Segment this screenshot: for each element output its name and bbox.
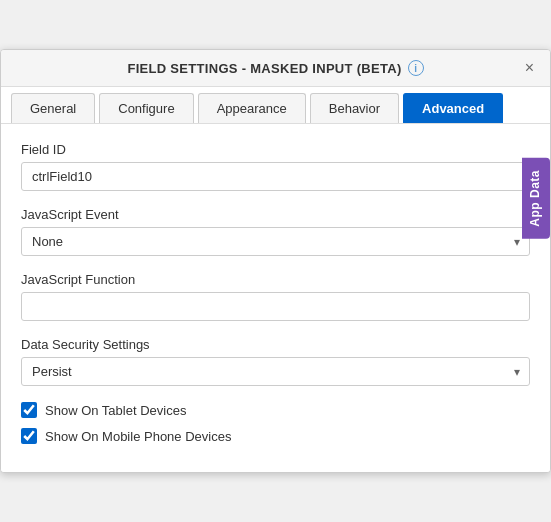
js-function-label: JavaScript Function [21, 272, 530, 287]
app-data-tab[interactable]: App Data [522, 158, 550, 239]
js-function-input[interactable] [21, 292, 530, 321]
field-id-label: Field ID [21, 142, 530, 157]
js-event-label: JavaScript Event [21, 207, 530, 222]
dialog-body: Field ID JavaScript Event None ▾ JavaScr… [1, 124, 550, 472]
tab-configure[interactable]: Configure [99, 93, 193, 123]
info-icon[interactable]: i [408, 60, 424, 76]
js-function-group: JavaScript Function [21, 272, 530, 321]
tab-behavior[interactable]: Behavior [310, 93, 399, 123]
dialog-container: FIELD SETTINGS - MASKED INPUT (BETA) i ×… [0, 49, 551, 473]
dialog-header: FIELD SETTINGS - MASKED INPUT (BETA) i × [1, 50, 550, 87]
show-tablet-checkbox[interactable] [21, 402, 37, 418]
show-mobile-group: Show On Mobile Phone Devices [21, 428, 530, 444]
field-id-input[interactable] [21, 162, 530, 191]
tab-advanced[interactable]: Advanced [403, 93, 503, 123]
data-security-select-wrapper: Persist ▾ [21, 357, 530, 386]
js-event-select[interactable]: None [21, 227, 530, 256]
show-tablet-group: Show On Tablet Devices [21, 402, 530, 418]
close-button[interactable]: × [521, 58, 538, 78]
js-event-group: JavaScript Event None ▾ [21, 207, 530, 256]
tab-appearance[interactable]: Appearance [198, 93, 306, 123]
data-security-group: Data Security Settings Persist ▾ [21, 337, 530, 386]
show-mobile-label[interactable]: Show On Mobile Phone Devices [45, 429, 231, 444]
data-security-select[interactable]: Persist [21, 357, 530, 386]
show-mobile-checkbox[interactable] [21, 428, 37, 444]
field-id-group: Field ID [21, 142, 530, 191]
data-security-label: Data Security Settings [21, 337, 530, 352]
dialog-title: FIELD SETTINGS - MASKED INPUT (BETA) [127, 61, 401, 76]
tab-bar: General Configure Appearance Behavior Ad… [1, 87, 550, 124]
show-tablet-label[interactable]: Show On Tablet Devices [45, 403, 186, 418]
js-event-select-wrapper: None ▾ [21, 227, 530, 256]
tab-general[interactable]: General [11, 93, 95, 123]
